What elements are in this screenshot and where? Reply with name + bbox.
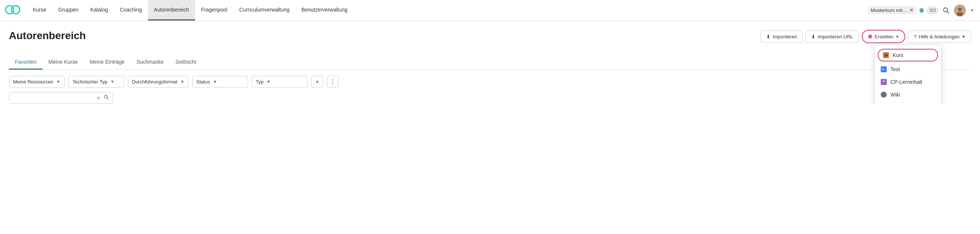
tabs: Favoriten Meine Kurse Meine Einträge Suc… (9, 55, 971, 70)
dropdown-item-cp-lerninhalt[interactable]: 📦 CP-Lerninhalt (875, 75, 941, 88)
main-content: Autorenbereich ⬇ Importieren ⬇ Importier… (0, 21, 980, 104)
svg-text:📦: 📦 (881, 80, 886, 85)
open-tab[interactable]: Musterkurs mit… ✕ (868, 6, 916, 14)
svg-line-14 (107, 98, 108, 99)
nav-item-autorenbereich[interactable]: Autorenbereich (148, 0, 195, 21)
counter-badge: 0/3 (927, 7, 939, 14)
filter-status[interactable]: Status ▼ (192, 76, 248, 88)
import-icon: ⬇ (766, 34, 770, 40)
filter-meine-ressourcen-chevron: ▼ (56, 79, 60, 84)
nav-item-coaching[interactable]: Coaching (114, 0, 148, 21)
filter-durchfuehrungsformat[interactable]: Durchführungsformat ▼ (128, 76, 188, 88)
importieren-url-button[interactable]: ⬇ Importieren URL (806, 30, 858, 43)
svg-text:🎓: 🎓 (884, 53, 889, 58)
search-box: ✕ (9, 92, 113, 104)
filters-row: Meine Ressourcen ▼ Technischer Typ ▼ Dur… (9, 75, 971, 88)
status-dot (920, 8, 924, 13)
wiki-icon (881, 92, 887, 98)
search-row: ✕ (9, 92, 971, 104)
dropdown-item-test[interactable]: ✎ Test (875, 63, 941, 75)
hilfe-chevron-icon: ▼ (962, 35, 966, 39)
svg-point-1 (11, 6, 20, 14)
svg-line-3 (947, 11, 949, 13)
filter-status-chevron: ▼ (213, 79, 217, 84)
filter-technischer-typ[interactable]: Technischer Typ ▼ (68, 76, 124, 88)
tab-meine-eintraege[interactable]: Meine Einträge (84, 55, 130, 70)
search-button[interactable] (941, 6, 951, 15)
cp-icon: 📦 (881, 79, 887, 85)
tab-meine-kurse[interactable]: Meine Kurse (42, 55, 84, 70)
nav-items: Kurse Gruppen Katalog Coaching Autorenbe… (27, 0, 868, 21)
svg-point-13 (105, 95, 107, 98)
navbar: Kurse Gruppen Katalog Coaching Autorenbe… (0, 0, 980, 21)
nav-item-gruppen[interactable]: Gruppen (52, 0, 84, 21)
filter-durchfuehrungsformat-chevron: ▼ (180, 79, 185, 84)
toolbar: ⬇ Importieren ⬇ Importieren URL ⊕ Erstel… (760, 30, 971, 43)
erstellen-dropdown: 🎓 Kurs ✎ Test 📦 CP-Lerninhalt (874, 45, 941, 104)
nav-item-curriculumverwaltung[interactable]: Curriculumverwaltung (233, 0, 295, 21)
filter-technischer-typ-chevron: ▼ (110, 79, 115, 84)
tab-geloescht[interactable]: Gelöscht (170, 55, 202, 70)
avatar[interactable] (954, 5, 966, 16)
import-url-icon: ⬇ (811, 34, 815, 40)
svg-text:✎: ✎ (881, 67, 885, 72)
collapse-icon: ∧ (316, 79, 319, 84)
logo[interactable] (5, 5, 21, 16)
tab-favoriten[interactable]: Favoriten (9, 55, 42, 70)
svg-point-6 (956, 12, 963, 16)
nav-item-kurse[interactable]: Kurse (27, 0, 52, 21)
filter-meine-ressourcen[interactable]: Meine Ressourcen ▼ (9, 76, 65, 88)
search-input[interactable] (13, 95, 93, 101)
hilfe-icon: ? (914, 34, 916, 40)
kurs-icon: 🎓 (883, 52, 889, 58)
erstellen-chevron-icon: ▼ (896, 35, 899, 39)
more-icon: ⋮ (330, 78, 336, 85)
tab-suchmaske[interactable]: Suchmaske (130, 55, 170, 70)
nav-item-benutzerverwaltung[interactable]: Benutzerverwaltung (296, 0, 353, 21)
collapse-filters-button[interactable]: ∧ (311, 75, 323, 88)
dropdown-item-podcast[interactable]: Podcast (875, 101, 941, 104)
importieren-button[interactable]: ⬇ Importieren (760, 30, 803, 43)
svg-point-5 (958, 8, 962, 11)
search-icon[interactable] (104, 95, 109, 101)
dropdown-item-kurs[interactable]: 🎓 Kurs (878, 49, 938, 61)
page-title: Autorenbereich (9, 30, 86, 42)
nav-item-katalog[interactable]: Katalog (84, 0, 114, 21)
nav-right: Musterkurs mit… ✕ 0/3 ▼ (868, 5, 975, 16)
close-tab-icon[interactable]: ✕ (909, 8, 913, 13)
hilfe-button[interactable]: ? Hilfe & Anleitungen ▼ (908, 30, 971, 43)
more-options-button[interactable]: ⋮ (327, 75, 339, 88)
filter-typ-chevron: ▼ (267, 79, 270, 84)
dropdown-item-wiki[interactable]: Wiki (875, 88, 941, 101)
plus-icon: ⊕ (868, 33, 873, 40)
clear-search-icon[interactable]: ✕ (96, 95, 101, 101)
nav-item-fragenpool[interactable]: Fragenpool (195, 0, 234, 21)
test-icon: ✎ (881, 66, 887, 72)
filter-typ[interactable]: Typ ▼ (252, 76, 307, 88)
user-menu-chevron[interactable]: ▼ (969, 7, 975, 14)
erstellen-button[interactable]: ⊕ Erstellen ▼ (862, 30, 905, 43)
